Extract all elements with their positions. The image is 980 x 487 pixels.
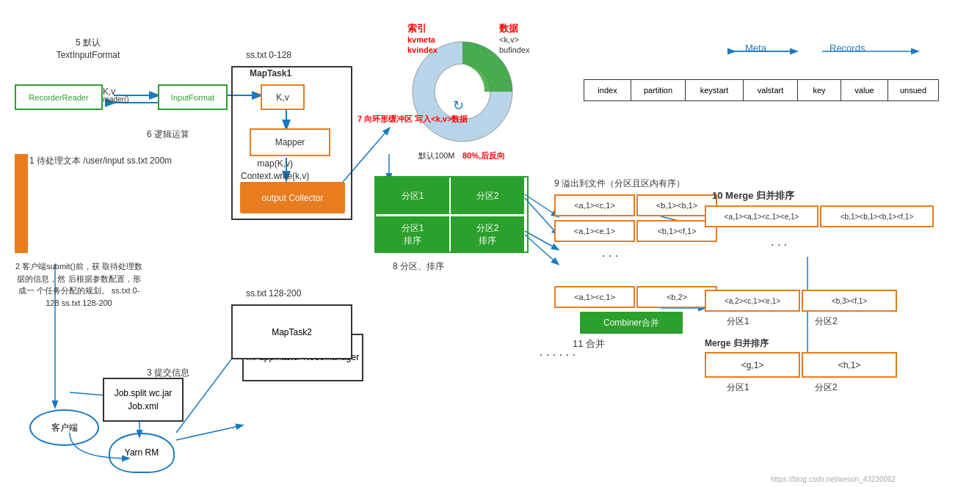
index-label: 索引 [407, 22, 427, 35]
percent-80-label: 80%,后反向 [462, 150, 505, 161]
dots1: · · · [602, 249, 618, 263]
dots2: · · · [771, 238, 787, 252]
spill-label: 9 溢出到文件（分区且区内有序） [554, 177, 685, 190]
combiner-a1c1: <a,1><c,1> [554, 286, 635, 308]
input-format-box: InputFormat [158, 84, 228, 110]
spill-row2: <a,1><e,1> <b,1><f,1> [554, 220, 717, 242]
table-header: index partition keystart valstart key va… [584, 79, 939, 101]
kvindex-label: kvindex [407, 45, 438, 54]
partition1-sort-box: 分区1排序 [376, 216, 449, 253]
combiner-row: <a,1><c,1> <b,2> [554, 286, 717, 308]
kv-data-label: <k,v> [499, 35, 519, 44]
partition1-box: 分区1 [376, 177, 449, 214]
spill-row1: <a,1><c,1> <b,1><b,1> [554, 194, 717, 216]
svg-line-9 [525, 231, 558, 249]
col-key: key [797, 79, 841, 101]
merge-row2: <a,2><c,1><e,1> <b,3><f,1> [705, 290, 897, 312]
output-collector-box: output Collector [240, 182, 345, 213]
partition-row1: 分区1 分区2 [376, 177, 527, 214]
final-merge-row: <g,1> <h,1> [705, 352, 897, 378]
submit-info-label: 2 客户端submit()前，获 取待处理数据的信息，然 后根据参数配置，形成一… [15, 260, 143, 309]
partition2-box: 分区2 [451, 177, 524, 214]
default-format-label: 5 默认 TextInputFormat [44, 37, 132, 62]
merge-label: 10 Merge 归并排序 [712, 189, 794, 202]
yarn-rm-cloud: Yarn RM [109, 433, 175, 473]
svg-line-17 [176, 425, 242, 440]
kvmeta-label: kvmeta [407, 35, 435, 44]
merge-row1: <a,1><a,1><c,1><e,1> <b,1><b,1><b,1><f,1… [705, 205, 934, 227]
partition1-label3: 分区1 [727, 381, 749, 394]
job-split-box: Job.split wc.jar Job.xml [103, 378, 184, 422]
merge-final-label: Merge 归并排序 [705, 337, 769, 350]
merge-a1c1e1: <a,1><a,1><c,1><e,1> [705, 205, 819, 227]
merge-sort-label: 11 合并 [573, 337, 605, 351]
records-label: Records [830, 43, 865, 54]
col-value: value [841, 79, 888, 101]
col-unused: unsued [888, 79, 939, 101]
partition-row2: 分区1排序 分区2排序 [376, 216, 527, 253]
spill-a1e1: <a,1><e,1> [554, 220, 635, 242]
svg-text:↻: ↻ [453, 98, 464, 113]
merge-b3f1: <b,3><f,1> [802, 290, 897, 312]
bufindex-label: bufindex [499, 45, 530, 54]
final-g1: <g,1> [705, 352, 800, 378]
recorder-reader-box: RecorderReader [15, 84, 103, 110]
col-valstart: valstart [743, 79, 798, 101]
text-file-label: 1 待处理文本 /user/input ss.txt 200m [29, 154, 172, 167]
spill-a1c1: <a,1><c,1> [554, 194, 635, 216]
svg-line-10 [525, 235, 558, 264]
partition2-label3: 分区2 [815, 381, 838, 394]
ss-0-128-label: ss.txt 0-128 [246, 50, 291, 60]
col-index: index [584, 79, 631, 101]
logic-op-label: 6 逻辑运算 [147, 128, 189, 141]
partition-area: 分区1 分区2 分区1排序 分区2排序 [374, 176, 529, 253]
partition2-label2: 分区2 [815, 315, 838, 328]
diagram: 5 默认 TextInputFormat RecorderReader Inpu… [0, 0, 980, 487]
merge-b1f1: <b,1><b,1><b,1><f,1> [820, 205, 934, 227]
reader-label: reader() [103, 95, 129, 103]
mapper-box: Mapper [250, 128, 330, 156]
svg-line-7 [525, 194, 558, 216]
client-ellipse: 客户端 [29, 409, 99, 446]
col-keystart: keystart [685, 79, 744, 101]
dots3: · · · · · · [540, 348, 576, 362]
write-circle-label: 7 向环形缓冲区 写入<k,v>数据 [357, 114, 468, 125]
partition2-sort-box: 分区2排序 [451, 216, 524, 253]
meta-label: Meta [745, 43, 766, 54]
final-h1: <h,1> [802, 352, 897, 378]
maptask1-label: MapTask1 [250, 68, 291, 78]
text-file-bar [15, 154, 28, 253]
ss-128-200-label: ss.txt 128-200 [246, 288, 301, 299]
sort-label: 8 分区、排序 [393, 260, 444, 273]
text-chars: abcab... [5, 158, 13, 249]
map-kv-label: map(K,v)Context.write(k,v) [241, 158, 309, 183]
svg-line-8 [525, 198, 558, 235]
data-label: 数据 [499, 22, 518, 35]
col-partition: partition [631, 79, 686, 101]
maptask2-box: MapTask2 [231, 304, 352, 359]
watermark: https://blog.csdn.net/weixin_43230062 [771, 475, 896, 483]
merge-a2c1e1: <a,2><c,1><e,1> [705, 290, 800, 312]
combiner-label-box: Combiner合并 [580, 312, 683, 334]
partition1-label2: 分区1 [727, 315, 749, 328]
default-100m-label: 默认100M [418, 150, 455, 161]
